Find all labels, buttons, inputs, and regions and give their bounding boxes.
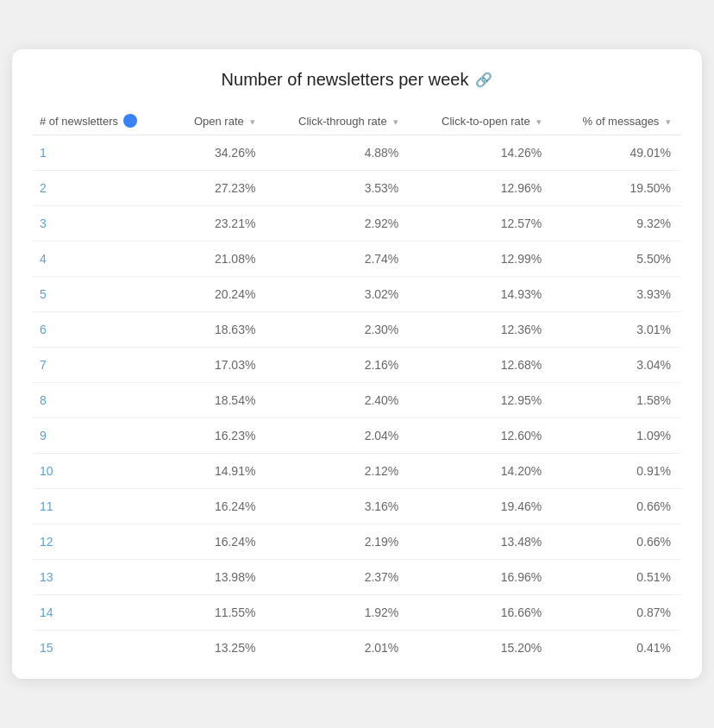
cell-click_to_open-row12: 13.48% [409,524,552,560]
cell-pct_messages-row9: 1.09% [552,418,681,454]
cell-click_to_open-row4: 12.99% [409,242,552,277]
cell-newsletters-row5: 5 [33,277,168,312]
table-row: 227.23%3.53%12.96%19.50% [33,171,681,206]
cell-open_rate-row5: 20.24% [168,277,266,312]
cell-open_rate-row2: 27.23% [168,171,266,206]
cell-click_through-row9: 2.04% [266,418,409,454]
cell-click_through-row5: 3.02% [266,277,409,312]
cell-click_through-row6: 2.30% [266,312,409,348]
cell-newsletters-row9: 9 [33,418,168,454]
cell-newsletters-row11: 11 [33,489,168,524]
cell-newsletters-row8: 8 [33,383,168,418]
card: Number of newsletters per week 🔗 # of ne… [12,49,702,679]
cell-newsletters-row1: 1 [33,135,168,171]
cell-click_to_open-row9: 12.60% [409,418,552,454]
col-label-click-through: Click-through rate [298,115,387,128]
table-row: 818.54%2.40%12.95%1.58% [33,383,681,418]
cell-click_through-row13: 2.37% [266,560,409,595]
cell-click_to_open-row6: 12.36% [409,312,552,348]
table-row: 916.23%2.04%12.60%1.09% [33,418,681,454]
table-row: 520.24%3.02%14.93%3.93% [33,277,681,312]
cell-click_through-row4: 2.74% [266,242,409,277]
cell-pct_messages-row4: 5.50% [552,242,681,277]
table-row: 134.26%4.88%14.26%49.01% [33,135,681,171]
cell-pct_messages-row11: 0.66% [552,489,681,524]
cell-click_through-row12: 2.19% [266,524,409,560]
cell-open_rate-row14: 11.55% [168,595,266,631]
cell-pct_messages-row1: 49.01% [552,135,681,171]
cell-click_to_open-row1: 14.26% [409,135,552,171]
cell-newsletters-row10: 10 [33,454,168,489]
page-title: Number of newsletters per week [222,70,469,90]
cell-open_rate-row15: 13.25% [168,631,266,666]
table-row: 1313.98%2.37%16.96%0.51% [33,560,681,595]
col-header-open-rate[interactable]: Open rate ▾ [168,107,266,135]
cell-open_rate-row10: 14.91% [168,454,266,489]
cell-newsletters-row2: 2 [33,171,168,206]
cell-newsletters-row15: 15 [33,631,168,666]
cell-pct_messages-row3: 9.32% [552,206,681,242]
cell-open_rate-row8: 18.54% [168,383,266,418]
cell-pct_messages-row15: 0.41% [552,631,681,666]
cell-open_rate-row11: 16.24% [168,489,266,524]
cell-click_to_open-row2: 12.96% [409,171,552,206]
col-header-click-through[interactable]: Click-through rate ▾ [266,107,409,135]
cell-open_rate-row3: 23.21% [168,206,266,242]
cell-click_to_open-row3: 12.57% [409,206,552,242]
cell-pct_messages-row8: 1.58% [552,383,681,418]
col-header-click-to-open[interactable]: Click-to-open rate ▾ [409,107,552,135]
cell-newsletters-row6: 6 [33,312,168,348]
col-label-open-rate: Open rate [194,115,244,128]
table-row: 421.08%2.74%12.99%5.50% [33,242,681,277]
cell-click_to_open-row13: 16.96% [409,560,552,595]
cell-click_through-row11: 3.16% [266,489,409,524]
cell-open_rate-row4: 21.08% [168,242,266,277]
cell-open_rate-row1: 34.26% [168,135,266,171]
cell-pct_messages-row7: 3.04% [552,348,681,383]
table-row: 1014.91%2.12%14.20%0.91% [33,454,681,489]
cell-pct_messages-row10: 0.91% [552,454,681,489]
cell-pct_messages-row2: 19.50% [552,171,681,206]
cell-pct_messages-row5: 3.93% [552,277,681,312]
col-label-click-to-open: Click-to-open rate [442,115,530,128]
cell-open_rate-row9: 16.23% [168,418,266,454]
cell-click_through-row8: 2.40% [266,383,409,418]
cell-click_through-row15: 2.01% [266,631,409,666]
cell-click_through-row14: 1.92% [266,595,409,631]
cell-click_to_open-row11: 19.46% [409,489,552,524]
table-row: 1116.24%3.16%19.46%0.66% [33,489,681,524]
table-row: 1411.55%1.92%16.66%0.87% [33,595,681,631]
table-row: 1216.24%2.19%13.48%0.66% [33,524,681,560]
cell-click_through-row2: 3.53% [266,171,409,206]
table-row: 1513.25%2.01%15.20%0.41% [33,631,681,666]
cell-newsletters-row13: 13 [33,560,168,595]
table-row: 618.63%2.30%12.36%3.01% [33,312,681,348]
cell-click_to_open-row10: 14.20% [409,454,552,489]
col-header-newsletters[interactable]: # of newsletters [33,107,168,135]
table-row: 717.03%2.16%12.68%3.04% [33,348,681,383]
cell-click_through-row3: 2.92% [266,206,409,242]
cell-click_to_open-row14: 16.66% [409,595,552,631]
cell-open_rate-row13: 13.98% [168,560,266,595]
cell-click_through-row10: 2.12% [266,454,409,489]
data-table: # of newsletters Open rate ▾ Click-throu… [33,107,681,665]
cell-click_to_open-row15: 15.20% [409,631,552,666]
col-label-pct-messages: % of messages [583,115,660,128]
cell-newsletters-row4: 4 [33,242,168,277]
sort-icon-click-through: ▾ [393,116,398,128]
cell-click_to_open-row7: 12.68% [409,348,552,383]
table-row: 323.21%2.92%12.57%9.32% [33,206,681,242]
cell-click_to_open-row5: 14.93% [409,277,552,312]
link-icon[interactable]: 🔗 [475,72,492,88]
cell-open_rate-row7: 17.03% [168,348,266,383]
cell-newsletters-row3: 3 [33,206,168,242]
cell-click_through-row1: 4.88% [266,135,409,171]
col-header-pct-messages[interactable]: % of messages ▾ [552,107,681,135]
col-label-newsletters: # of newsletters [40,115,118,128]
table-header-row: # of newsletters Open rate ▾ Click-throu… [33,107,681,135]
title-row: Number of newsletters per week 🔗 [33,70,681,90]
sort-icon-click-to-open: ▾ [536,116,542,128]
cell-open_rate-row12: 16.24% [168,524,266,560]
cell-click_to_open-row8: 12.95% [409,383,552,418]
cell-open_rate-row6: 18.63% [168,312,266,348]
